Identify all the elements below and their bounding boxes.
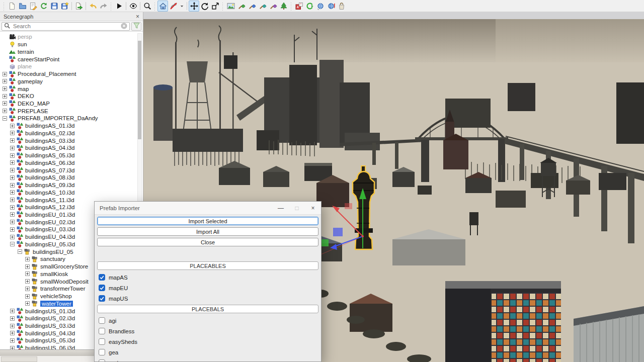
terrain-shovel-blue-icon[interactable]	[247, 1, 257, 12]
tree-item[interactable]: gameplay	[0, 77, 143, 85]
zoom-magnifier-icon[interactable]	[142, 1, 152, 12]
bottom-panel-tab[interactable]	[1, 356, 37, 362]
tree-item[interactable]: buildingsAS_05.i3d	[0, 152, 143, 159]
undo-icon[interactable]	[88, 1, 98, 12]
tree-scrollbar-thumb[interactable]	[138, 41, 141, 139]
collapse-icon[interactable]	[10, 242, 15, 246]
expand-icon[interactable]	[10, 160, 15, 165]
tree-item[interactable]: buildingsAS_10.i3d	[0, 189, 143, 196]
expand-icon[interactable]	[25, 264, 30, 269]
close-button[interactable]: Close	[97, 238, 318, 246]
tree-item[interactable]: buildingsAS_09.i3d	[0, 182, 143, 189]
dialog-title-bar[interactable]: Prefab Importer — □ ×	[95, 202, 321, 215]
unchecked-checkbox[interactable]	[99, 349, 105, 355]
rotate-tool-icon[interactable]	[199, 1, 210, 12]
frame-home-icon[interactable]	[157, 1, 168, 12]
search-box[interactable]	[2, 22, 130, 31]
unchecked-checkbox[interactable]	[99, 317, 105, 324]
clear-search-icon[interactable]	[121, 23, 127, 30]
tree-item[interactable]: buildingsAS_03.i3d	[0, 137, 143, 144]
checked-checkbox[interactable]	[99, 285, 105, 291]
import-all-button[interactable]: Import All	[97, 227, 318, 236]
expand-icon[interactable]	[10, 235, 15, 239]
expand-icon[interactable]	[10, 220, 15, 224]
expand-icon[interactable]	[3, 72, 7, 76]
asset-bag-icon[interactable]	[336, 1, 347, 12]
dropdown-arrow-icon[interactable]	[179, 1, 185, 12]
terrain-shovel-green-icon[interactable]	[236, 1, 247, 12]
expand-icon[interactable]	[10, 190, 15, 195]
expand-icon[interactable]	[3, 94, 7, 99]
edit-script-icon[interactable]	[28, 1, 38, 12]
tree-item[interactable]: buildingsAS_07.i3d	[0, 166, 143, 174]
collapse-icon[interactable]	[18, 249, 22, 254]
checkbox-row[interactable]: Brandless	[97, 326, 318, 336]
play-icon[interactable]	[114, 1, 124, 12]
filter-button[interactable]	[131, 22, 141, 31]
tree-item[interactable]: PREFAB_IMPORTER_DaAndy	[0, 115, 143, 122]
minimize-icon[interactable]: —	[273, 202, 289, 214]
expand-icon[interactable]	[10, 212, 15, 217]
expand-icon[interactable]	[10, 183, 15, 188]
expand-icon[interactable]	[10, 198, 15, 202]
world-blue-icon[interactable]	[315, 1, 326, 12]
tree-item[interactable]: Procedural_Placement	[0, 70, 143, 78]
tree-item[interactable]: buildingsAS_06.i3d	[0, 159, 143, 166]
expand-icon[interactable]	[10, 153, 15, 158]
tree-item[interactable]: map	[0, 85, 143, 93]
expand-icon[interactable]	[10, 146, 15, 150]
checked-checkbox[interactable]	[99, 295, 105, 302]
panel-close-icon[interactable]: ×	[136, 14, 139, 19]
tree-item[interactable]: buildingsAS_02.i3d	[0, 130, 143, 137]
tree-item[interactable]: buildingsAS_04.i3d	[0, 144, 143, 152]
redo-icon[interactable]	[98, 1, 109, 12]
expand-icon[interactable]	[10, 346, 15, 349]
expand-icon[interactable]	[10, 138, 15, 143]
search-input[interactable]	[12, 23, 119, 30]
checkbox-row[interactable]: gea	[97, 347, 318, 357]
render-toggle-red-icon[interactable]	[168, 1, 179, 12]
collapse-icon[interactable]	[3, 116, 7, 121]
tree-item[interactable]: buildingsAS_01.i3d	[0, 122, 143, 130]
expand-icon[interactable]	[10, 124, 15, 128]
tree-item[interactable]: persp	[0, 33, 143, 41]
import-selected-button[interactable]: Import Selected	[97, 217, 318, 225]
expand-icon[interactable]	[25, 287, 30, 291]
unchecked-checkbox[interactable]	[99, 359, 105, 362]
checkbox-row[interactable]: mapAS	[97, 272, 318, 283]
unchecked-checkbox[interactable]	[99, 338, 105, 345]
save-as-icon[interactable]	[59, 1, 70, 12]
expand-icon[interactable]	[3, 109, 7, 113]
tree-item[interactable]: PREPLASE	[0, 107, 143, 115]
expand-icon[interactable]	[10, 309, 15, 313]
tree-item[interactable]: careerStartPoint	[0, 55, 143, 63]
expand-icon[interactable]	[25, 272, 30, 276]
expand-icon[interactable]	[3, 101, 7, 106]
export-i3d-icon[interactable]	[73, 1, 84, 12]
expand-icon[interactable]	[10, 324, 15, 328]
scale-tool-icon[interactable]	[210, 1, 220, 12]
expand-icon[interactable]	[10, 168, 15, 172]
expand-icon[interactable]	[25, 279, 30, 284]
tree-item[interactable]: plane	[0, 63, 143, 70]
tree-item[interactable]: buildingsAS_08.i3d	[0, 174, 143, 182]
expand-icon[interactable]	[10, 338, 15, 343]
expand-icon[interactable]	[25, 257, 30, 261]
terrain-landscape-icon[interactable]	[225, 1, 236, 12]
translate-tool-icon[interactable]	[189, 1, 199, 12]
foliage-tree-icon[interactable]	[278, 1, 289, 12]
unchecked-checkbox[interactable]	[99, 328, 105, 334]
reload-file-icon[interactable]	[38, 1, 49, 12]
checkbox-row[interactable]: groha	[97, 357, 318, 362]
tree-item[interactable]: terrain	[0, 48, 143, 55]
expand-icon[interactable]	[25, 294, 30, 299]
expand-icon[interactable]	[3, 86, 7, 91]
save-icon[interactable]	[49, 1, 59, 12]
reload-green-icon[interactable]	[304, 1, 315, 12]
expand-icon[interactable]	[10, 316, 15, 321]
checkbox-row[interactable]: agi	[97, 315, 318, 326]
terrain-shovel-teal-icon[interactable]	[257, 1, 268, 12]
expand-icon[interactable]	[10, 331, 15, 335]
tree-item[interactable]: DEKO	[0, 93, 143, 100]
maximize-icon[interactable]: □	[289, 202, 305, 214]
